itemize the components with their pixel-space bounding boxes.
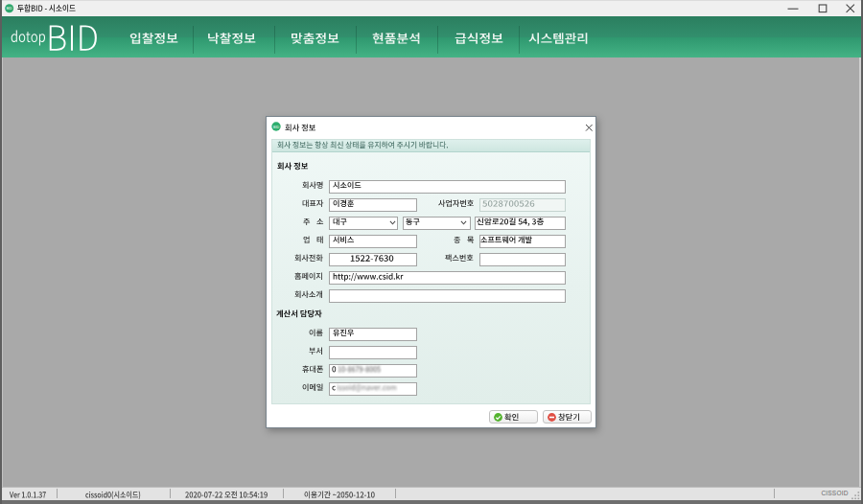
svg-text:BID: BID — [273, 126, 279, 129]
svg-text:BID: BID — [7, 7, 12, 11]
